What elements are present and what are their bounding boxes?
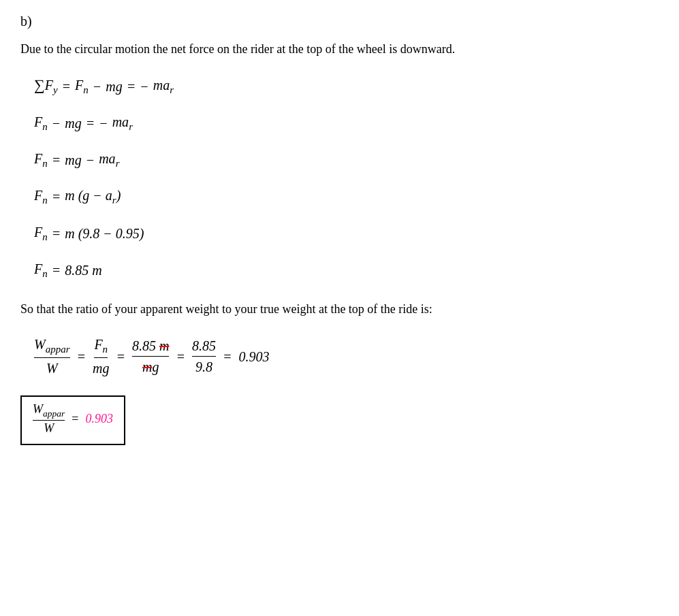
eq2-fn: Fn	[34, 112, 48, 134]
num-8.85m: 8.85 m	[132, 336, 169, 357]
eq2-mg: mg	[65, 114, 81, 133]
eq6-fn: Fn	[34, 259, 48, 281]
equation-4: Fn = m (g − ar)	[34, 186, 659, 208]
eq4-expr: m (g − ar)	[65, 186, 121, 208]
ratio-equation: Wappar W = Fn mg = 8.85 m mg = 8.85 9.8 …	[34, 335, 659, 378]
part-label: b)	[20, 14, 659, 29]
eq3-minus: −	[86, 150, 95, 169]
ratio-result: 0.903	[238, 347, 269, 366]
equation-1: ∑Fy = Fn − mg = − mar	[34, 75, 659, 97]
frac-fn-mg: Fn mg	[93, 335, 109, 378]
eq5-expr: m (9.8 − 0.95)	[65, 224, 144, 243]
eq4-fn: Fn	[34, 186, 48, 208]
eq3-mar: mar	[99, 149, 119, 171]
eq1-equals-1: =	[62, 77, 72, 96]
eq3-equals: =	[52, 150, 61, 169]
ratio-paragraph: So that the ratio of your apparent weigh…	[20, 300, 659, 319]
ratio-eq-equals-3: =	[176, 347, 185, 366]
eq2-mar: mar	[112, 112, 133, 134]
wappar-denominator: W	[46, 358, 58, 378]
equation-3: Fn = mg − mar	[34, 149, 659, 171]
box-result: 0.903	[85, 412, 113, 426]
eq2-minus: −	[52, 114, 61, 133]
eq6-value: 8.85 m	[65, 261, 101, 280]
strikethrough-m-den: m	[142, 359, 152, 374]
box-wappar-num: Wappar	[33, 402, 65, 421]
box-equals: =	[72, 412, 78, 426]
num-8.85: 8.85	[192, 336, 216, 357]
box-wappar-den: W	[44, 421, 54, 436]
den-mg-crossed: mg	[142, 357, 159, 376]
eq5-equals: =	[52, 224, 61, 243]
eq1-mar: mar	[153, 76, 174, 97]
eq1-equals-2: =	[127, 77, 136, 96]
eq3-mg: mg	[65, 150, 81, 169]
eq1-fn: Fn	[75, 76, 89, 97]
eq2-equals: =	[86, 114, 95, 133]
eq3-fn: Fn	[34, 149, 48, 171]
equation-6: Fn = 8.85 m	[34, 259, 659, 281]
equation-5: Fn = m (9.8 − 0.95)	[34, 223, 659, 244]
final-answer-box: Wappar W = 0.903	[20, 395, 125, 445]
strikethrough-m-num: m	[159, 338, 169, 353]
frac-8.85-9.8: 8.85 9.8	[192, 336, 216, 376]
ratio-eq-equals-1: =	[77, 347, 86, 366]
fn-denominator: mg	[93, 358, 109, 378]
equation-2: Fn − mg = − mar	[34, 112, 659, 134]
ratio-eq-equals-2: =	[116, 347, 125, 366]
intro-paragraph: Due to the circular motion the net force…	[20, 40, 659, 59]
eq1-mg: mg	[106, 77, 122, 96]
wappar-numerator: Wappar	[34, 335, 70, 358]
eq2-neg: −	[99, 114, 108, 133]
frac-wappar-w: Wappar W	[34, 335, 70, 378]
eq1-neg: −	[140, 77, 149, 96]
den-9.8: 9.8	[195, 357, 212, 376]
eq4-equals: =	[52, 187, 61, 206]
fn-numerator: Fn	[94, 335, 108, 358]
ratio-eq-equals-4: =	[223, 347, 232, 366]
frac-8.85m-mg: 8.85 m mg	[132, 336, 169, 376]
eq1-minus-1: −	[93, 77, 102, 96]
box-frac-wappar-w: Wappar W	[33, 402, 65, 436]
eq6-equals: =	[52, 261, 61, 280]
eq5-fn: Fn	[34, 223, 48, 244]
sigma-symbol: ∑Fy	[34, 75, 58, 97]
